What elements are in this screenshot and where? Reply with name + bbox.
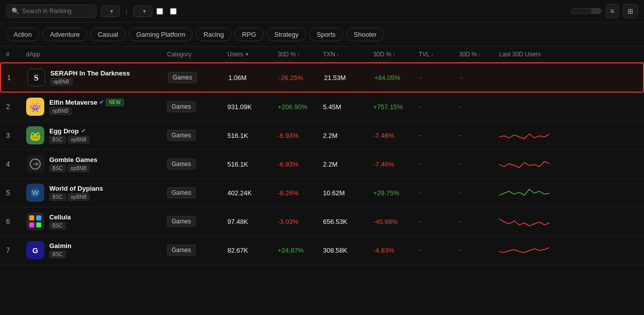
svg-text:W: W [32,189,39,197]
tvl-sort-icon: ↕ [431,52,434,57]
txn-value: 2.2M [323,161,373,168]
search-box[interactable]: 🔍 [6,5,97,18]
txn-pct: -7.46% [373,161,419,168]
telegram-checkbox-group[interactable] [170,8,180,15]
category-btn-adventure[interactable]: Adventure [42,28,87,41]
txn-pct: -7.46% [373,132,419,139]
chains-dropdown[interactable]: ▼ [101,6,120,17]
grid-view-button[interactable]: ⊞ [623,4,638,18]
category-btn-action[interactable]: Action [6,28,39,41]
tvl-pct: - [459,246,499,255]
category-btn-sports[interactable]: Sports [309,28,343,41]
category-cell: Games [167,130,227,141]
category-tag: Games [167,130,196,141]
col-chart: Last 30D Users [499,51,565,58]
txn-value: 10.62M [323,189,373,197]
category-tag: Games [167,216,196,227]
table-row[interactable]: 5 W World of Dypians BSCopBNB Games 402.… [0,179,644,207]
tvl-pct: - [459,160,499,169]
txn-sort-icon: ↕ [337,52,339,57]
dapp-chain: BSC [49,222,71,229]
users-pct: -26.25% [279,74,324,82]
col-tvl[interactable]: TVL ↕ [419,51,459,58]
category-btn-shooter[interactable]: Shooter [346,28,384,41]
chain-badge: BSC [49,165,66,172]
txn-value: 2.2M [323,132,373,139]
games-dropdown[interactable]: ▼ [133,6,152,17]
tvl-value: - [420,73,460,82]
svg-rect-16 [36,222,41,227]
time-btn-7d[interactable] [581,9,591,14]
table-row[interactable]: 6 Cellula BSC Games 97.48K -3.03% 656.53… [0,207,644,236]
table-row[interactable]: 2 👾 Elfin Metaverse ✔ NEW opBNB Games 93… [0,93,644,121]
time-buttons [571,8,602,14]
dapp-chain: BSCopBNB [49,136,90,143]
dapp-info: World of Dypians BSCopBNB [49,185,103,201]
chain-badge: opBNB [49,107,71,115]
col-dapp: dApp [26,51,167,58]
new-listings-checkbox[interactable] [156,8,163,15]
txn-pct: -4.83% [373,247,419,254]
chart-cell [499,184,565,202]
svg-text:G: G [32,246,38,255]
telegram-checkbox[interactable] [170,8,177,15]
dapp-name: SERAPH In The Darkness [50,69,130,77]
tvl-pct: - [459,188,499,197]
users-value: 82.67K [227,247,278,254]
category-btn-racing[interactable]: Racing [196,28,231,41]
chevron-down-icon-2: ▼ [142,9,147,14]
time-btn-24h[interactable] [571,9,581,14]
table-row[interactable]: 7 G Gaimin BSC Games 82.67K +24.87% 308.… [0,236,644,265]
svg-text:👾: 👾 [30,102,41,113]
chain-badge: opBNB [68,165,90,172]
new-listings-checkbox-group[interactable] [156,8,166,15]
category-bar: ActionAdventureCasualGaming PlatformRaci… [0,23,644,47]
svg-rect-12 [26,212,44,230]
dapp-chain: opBNB [49,107,124,115]
category-cell: Games [167,216,227,227]
category-cell: Games [167,159,227,170]
category-btn-strategy[interactable]: Strategy [267,28,306,41]
col-users[interactable]: Users ▼ [227,51,278,58]
category-tag: Games [168,72,197,83]
search-input[interactable] [22,8,91,15]
dapp-cell: W World of Dypians BSCopBNB [26,184,167,202]
col-users-pct[interactable]: 30D % ↕ [278,51,323,58]
txn-pct: +84.05% [374,74,420,82]
dapp-logo: S [27,68,45,87]
col-txn-pct[interactable]: 30D % ↕ [373,51,419,58]
category-tag: Games [167,187,196,198]
dapp-logo: W [26,184,44,202]
category-tag: Games [167,245,196,256]
list-view-button[interactable]: ≡ [606,4,619,18]
col-txn[interactable]: TXN ↕ [323,51,373,58]
topbar: 🔍 ▼ | ▼ ≡ ⊞ [0,0,644,23]
dapp-cell: G Gaimin BSC [26,241,167,259]
table-container: # dApp Category Users ▼ 30D % ↕ TXN ↕ 30… [0,47,644,265]
tvl-value: - [419,188,459,197]
txn-value: 656.53K [323,218,373,225]
users-value: 1.06M [228,74,279,82]
table-row[interactable]: 1 S SERAPH In The Darkness opBNB Games 1… [0,62,644,93]
category-btn-gaming-platform[interactable]: Gaming Platform [129,28,193,41]
users-value: 516.1K [227,161,278,168]
users-pct: -6.93% [278,132,323,139]
col-tvl-pct[interactable]: 30D % ↕ [459,51,499,58]
rank-number: 4 [6,160,26,168]
time-btn-30d[interactable] [591,9,601,14]
txn-value: 5.45M [323,103,373,111]
dapp-info: SERAPH In The Darkness opBNB [50,69,130,86]
category-btn-casual[interactable]: Casual [90,28,125,41]
dapp-logo: 🐸 [26,126,44,144]
mini-chart [499,213,549,229]
category-btn-rpg[interactable]: RPG [234,28,264,41]
chain-badge: BSC [49,222,66,229]
txn-pct: +757.15% [373,103,419,111]
chart-cell [499,242,565,259]
txn-value: 308.58K [323,247,373,254]
table-row[interactable]: 4 Gomble Games BSCopBNB Games 516.1K -6.… [0,150,644,179]
table-row[interactable]: 3 🐸 Egg Drop ✔ BSCopBNB Games 516.1K -6.… [0,121,644,150]
dapp-info: Cellula BSC [49,213,71,229]
users-pct: -6.93% [278,161,323,168]
users-value: 516.1K [227,132,278,139]
